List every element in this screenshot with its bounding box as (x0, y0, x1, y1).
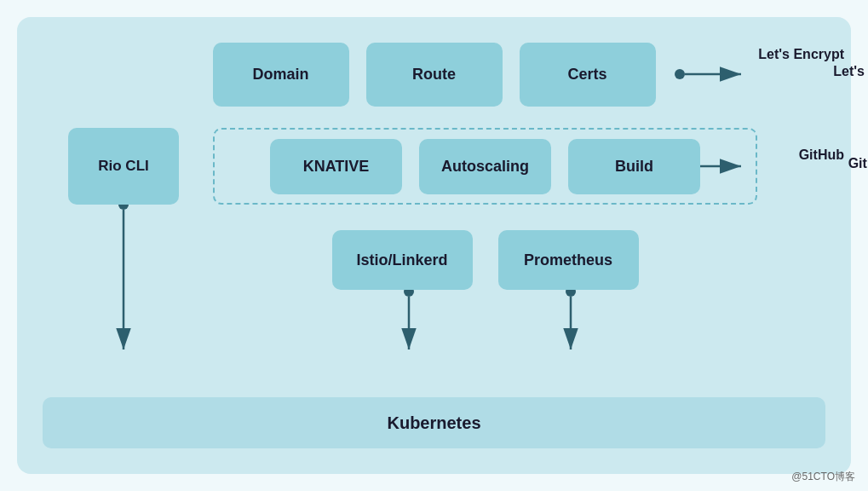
rio-cli-label: Rio CLI (98, 158, 149, 175)
kubernetes-label: Kubernetes (387, 413, 480, 433)
top-row: Domain Route Certs (111, 43, 757, 107)
domain-box: Domain (213, 43, 349, 107)
route-box: Route (366, 43, 503, 107)
kubernetes-bar: Kubernetes (43, 397, 825, 448)
github-label: GitHub (848, 156, 868, 171)
autoscaling-label: Autoscaling (441, 158, 529, 176)
certs-label: Certs (567, 66, 606, 84)
istio-box: Istio/Linkerd (332, 230, 473, 290)
autoscaling-box: Autoscaling (419, 139, 551, 194)
lets-encrypt-external: Let's Encrypt (758, 47, 844, 62)
istio-label: Istio/Linkerd (356, 251, 447, 269)
domain-label: Domain (252, 66, 308, 84)
certs-box: Certs (520, 43, 656, 107)
prometheus-box: Prometheus (498, 230, 639, 290)
route-label: Route (412, 66, 456, 84)
github-text: GitHub (848, 156, 868, 171)
lets-encrypt-label: Let's Encrypt (833, 64, 868, 79)
outer-container: Domain Route Certs Let's Encrypt Rio CLI… (17, 17, 851, 474)
build-label: Build (615, 158, 653, 176)
build-box: Build (568, 139, 700, 194)
github-external: GitHub (799, 147, 844, 163)
knative-box: KNATIVE (270, 139, 402, 194)
knative-label: KNATIVE (303, 158, 370, 176)
bottom-mid-row: Istio/Linkerd Prometheus (213, 230, 757, 290)
watermark: @51CTO博客 (791, 470, 855, 484)
inner-container: Domain Route Certs Let's Encrypt Rio CLI… (43, 43, 825, 448)
lets-encrypt-text: Let's Encrypt (833, 64, 868, 79)
prometheus-label: Prometheus (524, 251, 612, 269)
rio-cli-box: Rio CLI (68, 128, 179, 205)
dashed-container: KNATIVE Autoscaling Build (213, 128, 757, 205)
